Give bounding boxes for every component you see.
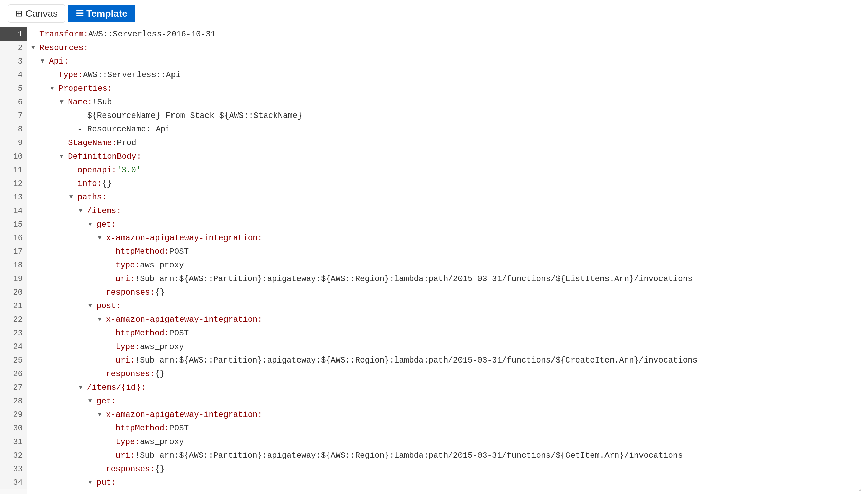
- code-token: Type:: [58, 70, 83, 80]
- code-line[interactable]: uri: !Sub arn:${AWS::Partition}:apigatew…: [27, 272, 868, 285]
- code-token: !Sub: [92, 98, 112, 107]
- editor-container: 1234567891011121314151617181920212223242…: [0, 27, 868, 494]
- line-number: 11: [0, 163, 27, 177]
- code-token: Transform:: [39, 30, 88, 39]
- code-token: POST: [169, 247, 189, 256]
- collapse-arrow-icon[interactable]: [88, 479, 95, 486]
- line-number: 15: [0, 217, 27, 231]
- code-token: !Sub arn:${AWS::Partition}:apigateway:${…: [135, 356, 698, 365]
- code-token: !Sub arn:${AWS::Partition}:apigateway:${…: [135, 274, 693, 283]
- line-number: 22: [0, 313, 27, 326]
- collapse-arrow-icon[interactable]: [60, 99, 67, 105]
- code-token: AWS::Serverless-2016-10-31: [88, 30, 215, 39]
- collapse-arrow-icon[interactable]: [31, 44, 38, 51]
- line-number: 7: [0, 109, 27, 122]
- code-token: Resources:: [39, 43, 88, 52]
- line-number: 5: [0, 82, 27, 95]
- template-label: Template: [86, 8, 127, 19]
- resize-handle[interactable]: ⌟: [858, 484, 865, 491]
- code-line[interactable]: x-amazon-apigateway-integration:: [27, 313, 868, 326]
- code-token: aws_proxy: [140, 437, 184, 446]
- code-line[interactable]: Name: !Sub: [27, 95, 868, 109]
- code-line[interactable]: DefinitionBody:: [27, 149, 868, 163]
- code-token: {}: [102, 179, 112, 188]
- code-line[interactable]: /items/{id}:: [27, 381, 868, 394]
- code-line[interactable]: uri: !Sub arn:${AWS::Partition}:apigatew…: [27, 448, 868, 462]
- code-token: httpMethod:: [115, 329, 169, 338]
- code-line[interactable]: openapi: '3.0': [27, 163, 868, 177]
- code-line[interactable]: Resources:: [27, 41, 868, 54]
- code-line[interactable]: post:: [27, 299, 868, 313]
- code-token: type:: [115, 261, 140, 270]
- collapse-arrow-icon[interactable]: [98, 316, 105, 323]
- collapse-arrow-icon[interactable]: [79, 384, 86, 391]
- code-line[interactable]: StageName: Prod: [27, 136, 868, 149]
- code-line[interactable]: x-amazon-apigateway-integration:: [27, 408, 868, 421]
- code-line[interactable]: info: {}: [27, 177, 868, 190]
- collapse-arrow-icon[interactable]: [88, 221, 95, 228]
- code-line[interactable]: httpMethod: POST: [27, 421, 868, 435]
- line-number: 26: [0, 367, 27, 381]
- line-number: 24: [0, 340, 27, 353]
- line-number: 8: [0, 122, 27, 136]
- line-number: 18: [0, 258, 27, 272]
- line-number: 13: [0, 190, 27, 204]
- code-token: - ${ResourceName} From Stack ${AWS::Stac…: [77, 111, 303, 120]
- line-number: 25: [0, 353, 27, 367]
- collapse-arrow-icon[interactable]: [88, 302, 95, 309]
- collapse-arrow-icon[interactable]: [98, 411, 105, 418]
- collapse-arrow-icon[interactable]: [79, 207, 86, 214]
- code-line[interactable]: get:: [27, 394, 868, 408]
- code-token: POST: [169, 329, 189, 338]
- code-line[interactable]: get:: [27, 217, 868, 231]
- code-line[interactable]: - ResourceName: Api: [27, 122, 868, 136]
- code-token: aws_proxy: [140, 342, 184, 351]
- code-line[interactable]: paths:: [27, 190, 868, 204]
- line-number: 31: [0, 435, 27, 448]
- code-line[interactable]: responses: {}: [27, 462, 868, 476]
- code-token: uri:: [115, 274, 135, 283]
- code-line[interactable]: /items:: [27, 204, 868, 217]
- code-token: POST: [169, 424, 189, 433]
- code-token: Api:: [49, 57, 69, 66]
- line-number: 17: [0, 245, 27, 258]
- code-token: openapi:: [77, 165, 116, 175]
- code-line[interactable]: uri: !Sub arn:${AWS::Partition}:apigatew…: [27, 353, 868, 367]
- canvas-tab[interactable]: ⊞ Canvas: [8, 4, 65, 23]
- code-token: Properties:: [58, 84, 112, 93]
- code-line[interactable]: x-amazon-apigateway-integration:: [27, 231, 868, 245]
- collapse-arrow-icon[interactable]: [69, 194, 76, 200]
- code-line[interactable]: Transform: AWS::Serverless-2016-10-31: [27, 27, 868, 41]
- collapse-arrow-icon[interactable]: [50, 85, 57, 92]
- code-line[interactable]: httpMethod: POST: [27, 245, 868, 258]
- code-line[interactable]: Type: AWS::Serverless::Api: [27, 68, 868, 82]
- line-number: 3: [0, 54, 27, 68]
- code-line[interactable]: type: aws_proxy: [27, 340, 868, 353]
- line-numbers: 1234567891011121314151617181920212223242…: [0, 27, 27, 494]
- code-token: x-amazon-apigateway-integration:: [106, 315, 263, 324]
- collapse-arrow-icon[interactable]: [98, 234, 105, 241]
- code-line[interactable]: type: aws_proxy: [27, 435, 868, 448]
- collapse-arrow-icon[interactable]: [60, 153, 67, 160]
- collapse-arrow-icon[interactable]: [41, 58, 48, 65]
- code-line[interactable]: type: aws_proxy: [27, 258, 868, 272]
- line-number: 34: [0, 476, 27, 489]
- code-token: '3.0': [116, 165, 141, 175]
- line-number: 1: [0, 27, 27, 41]
- collapse-arrow-icon[interactable]: [88, 398, 95, 404]
- line-number: 4: [0, 68, 27, 82]
- code-area[interactable]: Transform: AWS::Serverless-2016-10-31Res…: [27, 27, 868, 494]
- code-line[interactable]: Properties:: [27, 82, 868, 95]
- code-line[interactable]: put:: [27, 476, 868, 489]
- code-line[interactable]: httpMethod: POST: [27, 326, 868, 340]
- template-tab[interactable]: ☰ Template: [68, 5, 135, 22]
- code-line[interactable]: - ${ResourceName} From Stack ${AWS::Stac…: [27, 109, 868, 122]
- canvas-label: Canvas: [25, 8, 58, 19]
- code-line[interactable]: responses: {}: [27, 367, 868, 381]
- code-line[interactable]: responses: {}: [27, 285, 868, 299]
- code-line[interactable]: Api:: [27, 54, 868, 68]
- code-token: Prod: [117, 138, 137, 147]
- code-token: responses:: [106, 369, 155, 378]
- line-number: 21: [0, 299, 27, 313]
- code-token: aws_proxy: [140, 261, 184, 270]
